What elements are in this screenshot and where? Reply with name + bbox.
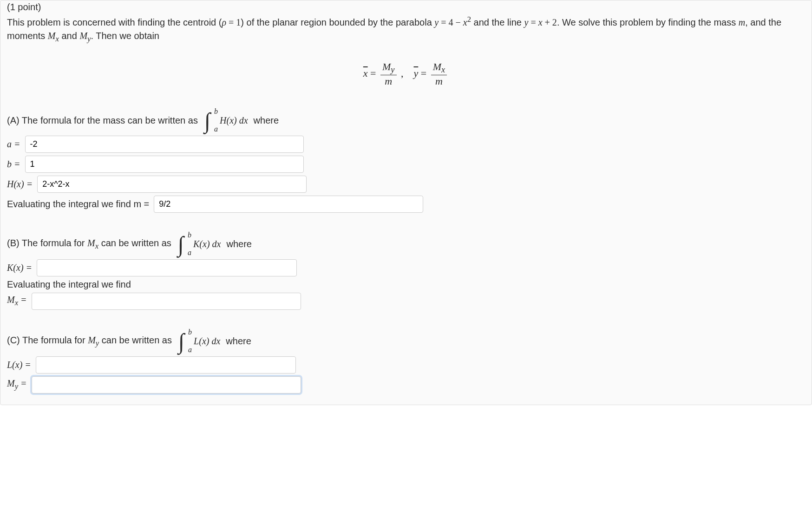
integrand-c: L(x) dx bbox=[194, 336, 220, 347]
part-a-lead: (A) The formula for the mass can be writ… bbox=[7, 115, 198, 126]
where-a: where bbox=[254, 115, 279, 126]
row-a: a = bbox=[7, 136, 805, 153]
centroid-formula: x = Mym , y = Mxm bbox=[7, 45, 805, 106]
row-my: My = bbox=[7, 376, 805, 394]
problem-intro: This problem is concerned with finding t… bbox=[7, 17, 781, 41]
row-mx: Mx = bbox=[7, 293, 805, 310]
label-mx: Mx = bbox=[7, 295, 27, 308]
part-b-lead: (B) The formula for Mx can be written as bbox=[7, 238, 171, 251]
integral-a: ∫ba H(x) dx bbox=[203, 110, 248, 132]
points-label: (1 point) bbox=[7, 2, 41, 12]
row-hx: H(x) = bbox=[7, 176, 805, 193]
input-b[interactable] bbox=[25, 156, 304, 173]
label-lx: L(x) = bbox=[7, 360, 31, 370]
integral-b: ∫ba K(x) dx bbox=[177, 233, 221, 256]
row-m: Evaluating the integral we find m = bbox=[7, 196, 805, 213]
input-kx[interactable] bbox=[37, 259, 297, 276]
eval-b-text: Evaluating the integral we find bbox=[7, 279, 805, 290]
problem-header: (1 point) This problem is concerned with… bbox=[7, 0, 805, 45]
part-c-leadline: (C) The formula for My can be written as… bbox=[7, 330, 805, 353]
input-hx[interactable] bbox=[37, 176, 307, 193]
row-kx: K(x) = bbox=[7, 259, 805, 276]
input-mx[interactable] bbox=[32, 293, 301, 310]
label-kx: K(x) = bbox=[7, 262, 32, 273]
label-my: My = bbox=[7, 378, 27, 391]
row-lx: L(x) = bbox=[7, 356, 805, 374]
integral-symbol: ∫ba bbox=[177, 233, 185, 256]
part-a-leadline: (A) The formula for the mass can be writ… bbox=[7, 110, 805, 132]
part-b-leadline: (B) The formula for Mx can be written as… bbox=[7, 233, 805, 256]
part-c-lead: (C) The formula for My can be written as bbox=[7, 335, 172, 348]
integrand-a: H(x) dx bbox=[220, 115, 248, 126]
label-hx: H(x) = bbox=[7, 179, 33, 190]
integral-symbol: ∫ba bbox=[177, 330, 185, 353]
label-a: a = bbox=[7, 139, 20, 150]
integral-c: ∫ba L(x) dx bbox=[177, 330, 220, 353]
row-b: b = bbox=[7, 156, 805, 173]
where-c: where bbox=[226, 336, 251, 347]
input-a[interactable] bbox=[25, 136, 304, 153]
label-eval-m: Evaluating the integral we find m = bbox=[7, 199, 149, 210]
where-b: where bbox=[226, 239, 251, 249]
input-m[interactable] bbox=[154, 196, 423, 213]
integrand-b: K(x) dx bbox=[193, 239, 221, 249]
integral-symbol: ∫ba bbox=[203, 110, 211, 132]
problem-container: (1 point) This problem is concerned with… bbox=[0, 0, 812, 405]
label-b: b = bbox=[7, 159, 20, 170]
input-lx[interactable] bbox=[36, 356, 296, 374]
input-my[interactable] bbox=[32, 376, 301, 394]
